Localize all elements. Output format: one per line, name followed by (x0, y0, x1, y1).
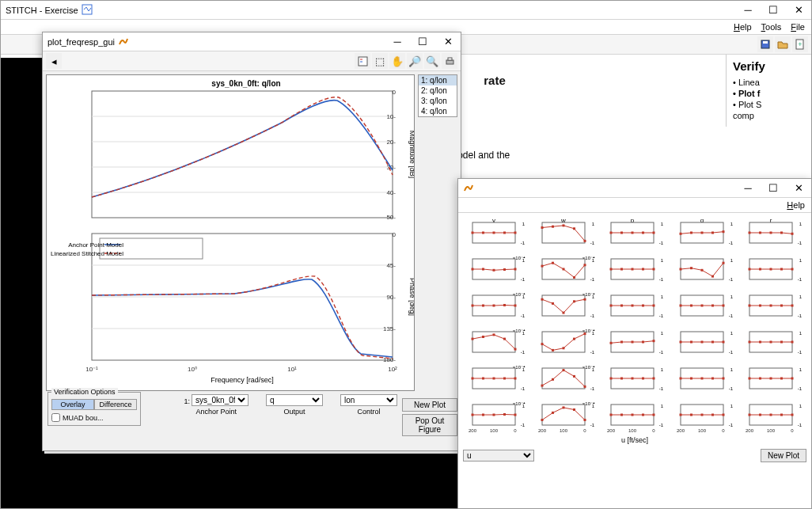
svg-rect-111 (632, 268, 634, 271)
freq-maximize[interactable]: ☐ (410, 32, 435, 51)
menu-tools[interactable]: Tools (761, 22, 782, 32)
svg-rect-202 (711, 341, 714, 344)
sidebar-item-2[interactable]: • Plot S (733, 100, 805, 109)
sm-new-plot[interactable]: New Plot (761, 449, 806, 462)
svg-text:-1: -1 (798, 241, 803, 245)
svg-text:-40: -40 (386, 189, 396, 196)
svg-rect-93 (503, 268, 506, 271)
output-select[interactable]: q (266, 394, 323, 406)
tab-rate[interactable]: rate (477, 70, 512, 96)
svg-text:100: 100 (560, 428, 568, 433)
pop-out-button[interactable]: Pop Out Figure (402, 414, 457, 436)
new-icon[interactable]: + (792, 36, 808, 52)
svg-rect-264 (472, 414, 474, 416)
svg-rect-153 (632, 305, 634, 307)
svg-rect-51 (472, 232, 474, 234)
sidebar-item-0[interactable]: • Linea (733, 78, 805, 87)
maximize-button[interactable]: ☐ (761, 1, 786, 20)
svg-text:-45: -45 (386, 262, 396, 269)
svg-rect-113 (610, 268, 613, 271)
freq-close[interactable]: ✕ (435, 32, 461, 51)
svg-text:1: 1 (522, 222, 526, 226)
anchor-select[interactable]: sys_0kn_0ft (192, 394, 249, 406)
sm-cell-5-0: ×10⁻⁴1-12001000 (463, 400, 529, 435)
case-2[interactable]: 2: q/lon (419, 85, 457, 96)
svg-text:1: 1 (799, 258, 803, 263)
svg-rect-78 (679, 233, 681, 235)
svg-rect-101 (583, 264, 586, 266)
sm-var-select[interactable]: u (463, 450, 534, 462)
svg-rect-152 (642, 305, 644, 307)
difference-button[interactable]: Difference (94, 399, 137, 410)
svg-text:-1: -1 (728, 313, 733, 318)
sm-menu-help[interactable]: Help (787, 200, 805, 210)
svg-rect-260 (514, 414, 517, 416)
svg-text:-1: -1 (798, 423, 803, 427)
svg-text:Linearized Stitched Model: Linearized Stitched Model (51, 250, 123, 257)
svg-rect-220 (493, 378, 495, 380)
minimize-button[interactable]: ─ (735, 1, 761, 20)
datatip-icon[interactable]: ⬚ (372, 53, 388, 69)
menu-file[interactable]: File (791, 22, 805, 32)
case-1[interactable]: 1: q/lon (419, 75, 457, 85)
svg-rect-159 (722, 305, 724, 307)
print-icon[interactable] (442, 53, 457, 69)
svg-rect-203 (700, 341, 703, 344)
new-plot-button[interactable]: New Plot (402, 398, 457, 412)
sidebar-item-1[interactable]: • Plot f (733, 89, 805, 98)
sm-minimize[interactable]: ─ (735, 179, 761, 198)
svg-text:1: 1 (799, 367, 803, 372)
svg-text:-1: -1 (590, 423, 594, 427)
svg-rect-126 (780, 268, 783, 271)
svg-rect-102 (573, 276, 575, 279)
svg-rect-205 (679, 341, 681, 344)
legend-icon[interactable] (355, 53, 370, 69)
sm-maximize[interactable]: ☐ (761, 179, 786, 198)
sm-cell-1-2: 1-1 (601, 254, 668, 289)
sm-cell-1-3: 1-1 (671, 254, 738, 289)
svg-text:-1: -1 (590, 313, 594, 318)
svg-rect-236 (642, 378, 644, 380)
svg-text:200: 200 (538, 428, 547, 433)
svg-rect-222 (472, 378, 474, 380)
svg-text:1: 1 (661, 331, 664, 336)
case-list[interactable]: 1: q/lon 2: q/lon 3: q/lon 4: q/lon (418, 74, 457, 117)
pan-icon[interactable]: ✋ (389, 53, 405, 69)
svg-rect-308 (759, 414, 761, 416)
case-3[interactable]: 3: q/lon (419, 96, 457, 106)
menu-help[interactable]: Help (734, 22, 752, 32)
control-select[interactable]: lon (340, 394, 397, 406)
collapse-icon[interactable]: ◂ (46, 53, 62, 69)
svg-rect-201 (722, 341, 724, 344)
zoom-in-icon[interactable]: 🔍 (424, 53, 440, 69)
svg-text:200: 200 (746, 428, 754, 433)
overlay-button[interactable]: Overlay (51, 399, 94, 410)
muad-checkbox-label[interactable]: MUAD bou... (51, 413, 137, 422)
muad-checkbox[interactable] (51, 413, 60, 422)
svg-rect-239 (610, 378, 613, 380)
svg-rect-185 (583, 332, 586, 335)
save-icon[interactable] (757, 36, 773, 52)
svg-rect-177 (503, 338, 506, 340)
svg-text:1: 1 (730, 367, 733, 372)
svg-rect-84 (780, 232, 783, 234)
svg-rect-309 (749, 414, 751, 416)
svg-rect-127 (770, 268, 772, 271)
svg-text:100: 100 (628, 428, 637, 433)
zoom-out-icon[interactable]: 🔎 (407, 53, 423, 69)
svg-rect-125 (791, 268, 794, 271)
svg-text:-1: -1 (659, 241, 664, 245)
open-icon[interactable] (775, 36, 791, 52)
svg-rect-187 (562, 347, 564, 349)
sm-close[interactable]: ✕ (786, 179, 811, 198)
close-button[interactable]: ✕ (786, 1, 811, 20)
svg-rect-186 (573, 338, 575, 340)
case-4[interactable]: 4: q/lon (419, 106, 457, 116)
sidebar-item-3[interactable]: comp (733, 111, 805, 120)
freq-titlebar: plot_freqresp_gui ─ ☐ ✕ (43, 32, 461, 51)
svg-text:0: 0 (722, 428, 725, 433)
svg-rect-68 (620, 232, 623, 234)
svg-rect-87 (749, 232, 751, 234)
freq-minimize[interactable]: ─ (385, 32, 410, 51)
svg-rect-109 (653, 268, 655, 271)
